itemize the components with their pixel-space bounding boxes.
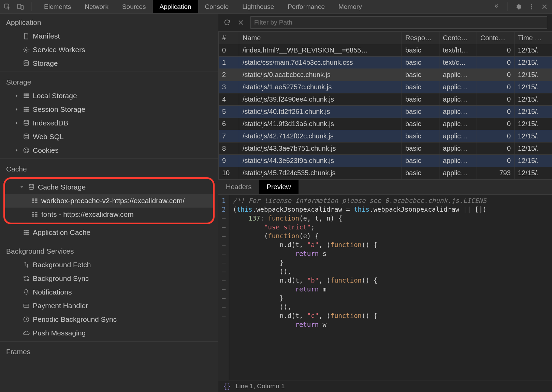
cell-clen: 0 <box>477 44 514 57</box>
svg-rect-13 <box>26 97 29 98</box>
tree-item[interactable]: Web SQL <box>0 130 218 144</box>
tab-performance[interactable]: Performance <box>281 0 332 13</box>
clear-icon[interactable] <box>237 18 245 27</box>
application-sidebar: ApplicationManifestService WorkersStorag… <box>0 14 218 392</box>
cell-idx: 3 <box>219 81 239 93</box>
tree-item[interactable]: Background Sync <box>0 272 218 285</box>
grid-icon <box>31 197 39 205</box>
tab-memory[interactable]: Memory <box>332 0 369 13</box>
tree-item-label: Manifest <box>33 31 60 42</box>
tree-item[interactable]: Service Workers <box>0 43 218 57</box>
svg-rect-28 <box>32 198 34 199</box>
cell-ctype: text/ht… <box>439 44 477 57</box>
tree-item[interactable]: workbox-precache-v2-https://excalidraw.c… <box>5 194 213 208</box>
tree-item[interactable]: Push Messaging <box>0 326 218 340</box>
column-header[interactable]: Name <box>239 32 402 44</box>
inspect-icon[interactable] <box>3 3 12 11</box>
sub-tab-preview[interactable]: Preview <box>259 180 299 194</box>
cell-time: 12/15/. <box>514 81 552 93</box>
cell-name: /static/js/39.f2490ee4.chunk.js <box>239 93 402 106</box>
kebab-icon[interactable] <box>527 3 536 11</box>
table-row[interactable]: 3/static/js/1.ae52757c.chunk.jsbasicappl… <box>219 81 552 93</box>
devtools-toolbar: ElementsNetworkSourcesApplicationConsole… <box>0 0 552 14</box>
table-row[interactable]: 9/static/js/44.3e623f9a.chunk.jsbasicapp… <box>219 155 552 167</box>
table-row[interactable]: 4/static/js/39.f2490ee4.chunk.jsbasicapp… <box>219 93 552 106</box>
tree-item[interactable]: Application Cache <box>0 226 218 239</box>
table-row[interactable]: 8/static/js/43.3ae7b751.chunk.jsbasicapp… <box>219 142 552 155</box>
tab-console[interactable]: Console <box>198 0 236 13</box>
device-toggle-icon[interactable] <box>16 3 25 11</box>
tree-item[interactable]: Session Storage <box>0 103 218 116</box>
cell-name: /static/css/main.7d14b3cc.chunk.css <box>239 57 402 69</box>
cell-name: /index.html?__WB_REVISION__=6855… <box>239 44 402 57</box>
cell-resp: basic <box>402 130 439 142</box>
tab-elements[interactable]: Elements <box>37 0 78 13</box>
svg-rect-42 <box>24 232 26 233</box>
cell-idx: 9 <box>219 155 239 167</box>
tree-item[interactable]: Background Fetch <box>0 258 218 272</box>
svg-point-20 <box>24 120 28 122</box>
svg-rect-36 <box>32 214 34 215</box>
svg-rect-30 <box>32 200 34 201</box>
tree-item-label: Periodic Background Sync <box>33 314 117 325</box>
table-row[interactable]: 5/static/js/40.fd2ff261.chunk.jsbasicapp… <box>219 106 552 118</box>
column-header[interactable]: Conte… <box>477 32 514 44</box>
cell-ctype: applic… <box>439 106 477 118</box>
expander-icon <box>20 185 25 189</box>
tab-application[interactable]: Application <box>153 0 198 13</box>
svg-rect-35 <box>35 212 38 213</box>
svg-rect-37 <box>35 214 38 215</box>
tree-item[interactable]: Storage <box>0 57 218 70</box>
filter-input[interactable] <box>250 16 547 29</box>
column-header[interactable]: Conte… <box>439 32 477 44</box>
cell-clen: 0 <box>477 57 514 69</box>
table-row[interactable]: 6/static/js/41.9f3d13a6.chunk.jsbasicapp… <box>219 118 552 130</box>
more-tabs-icon[interactable] <box>492 3 500 11</box>
clock-icon <box>23 316 30 323</box>
table-row[interactable]: 2/static/js/0.acabcbcc.chunk.jsbasicappl… <box>219 69 552 81</box>
pretty-print-icon[interactable]: {} <box>223 382 231 390</box>
tree-item[interactable]: Notifications <box>0 285 218 299</box>
tab-network[interactable]: Network <box>78 0 115 13</box>
column-header[interactable]: Time … <box>514 32 552 44</box>
refresh-icon[interactable] <box>223 18 231 27</box>
column-header[interactable]: # <box>219 32 239 44</box>
svg-point-24 <box>27 149 28 150</box>
svg-rect-29 <box>35 198 38 199</box>
section-title: Cache <box>0 160 218 176</box>
cloud-icon <box>23 329 30 337</box>
cell-time: 12/15/. <box>514 69 552 81</box>
tree-item[interactable]: Cookies <box>0 144 218 157</box>
svg-point-5 <box>531 8 532 9</box>
tree-item[interactable]: fonts - https://excalidraw.com <box>5 208 213 221</box>
cell-idx: 5 <box>219 106 239 118</box>
section-title: Frames <box>0 343 218 359</box>
cursor-position: Line 1, Column 1 <box>236 382 285 390</box>
tab-lighthouse[interactable]: Lighthouse <box>235 0 281 13</box>
table-row[interactable]: 1/static/css/main.7d14b3cc.chunk.cssbasi… <box>219 57 552 69</box>
table-row[interactable]: 0/index.html?__WB_REVISION__=6855…basict… <box>219 44 552 57</box>
cell-clen: 793 <box>477 167 514 179</box>
tab-sources[interactable]: Sources <box>115 0 153 13</box>
close-icon[interactable] <box>540 3 549 11</box>
database-icon <box>23 60 30 67</box>
tree-item[interactable]: Manifest <box>0 29 218 43</box>
code-preview: 1 2 — — — — — — — — — — — — /*! For lice… <box>218 195 552 380</box>
expander-icon <box>15 94 20 97</box>
svg-point-27 <box>29 184 33 186</box>
svg-rect-1 <box>18 4 21 9</box>
tree-item[interactable]: Local Storage <box>0 89 218 103</box>
tree-item[interactable]: IndexedDB <box>0 116 218 130</box>
table-row[interactable]: 7/static/js/42.7142f02c.chunk.jsbasicapp… <box>219 130 552 142</box>
tree-item[interactable]: Periodic Background Sync <box>0 313 218 326</box>
cell-name: /static/js/44.3e623f9a.chunk.js <box>239 155 402 167</box>
tree-item-label: IndexedDB <box>33 118 68 129</box>
table-row[interactable]: 10/static/js/45.7d24c535.chunk.jsbasicap… <box>219 167 552 179</box>
tree-item[interactable]: Cache Storage <box>5 180 213 194</box>
svg-point-22 <box>24 148 29 153</box>
settings-icon[interactable] <box>514 3 523 11</box>
database-icon <box>23 119 30 127</box>
tree-item[interactable]: Payment Handler <box>0 299 218 313</box>
sub-tab-headers[interactable]: Headers <box>218 180 259 194</box>
column-header[interactable]: Respo… <box>402 32 439 44</box>
